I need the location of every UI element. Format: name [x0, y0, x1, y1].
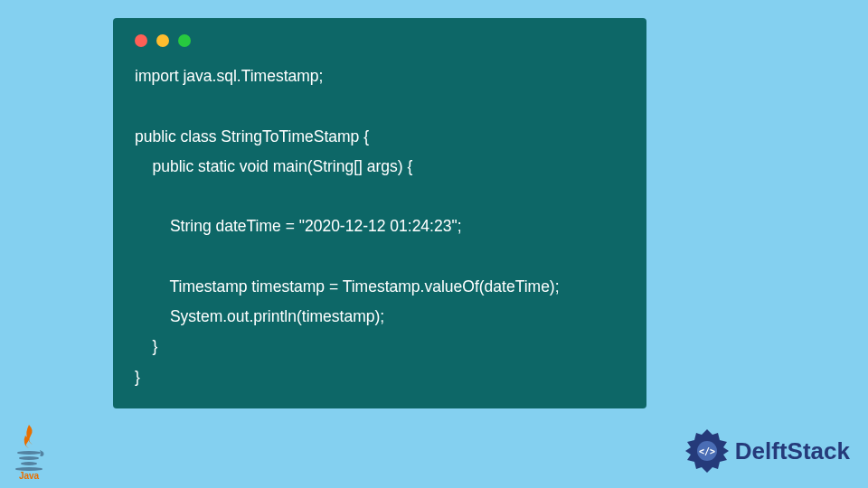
close-icon [135, 34, 147, 47]
java-label: Java [19, 471, 40, 481]
code-content: import java.sql.Timestamp; public class … [135, 61, 625, 392]
delftstack-brand: </> DelftStack [683, 427, 850, 475]
window-controls [135, 34, 625, 47]
delftstack-text: DelftStack [735, 437, 850, 465]
java-logo-icon: Java [9, 423, 49, 481]
maximize-icon [178, 34, 191, 47]
code-window: import java.sql.Timestamp; public class … [113, 18, 646, 408]
svg-text:</>: </> [699, 446, 715, 456]
delftstack-logo-icon: </> [683, 427, 731, 475]
minimize-icon [156, 34, 169, 47]
